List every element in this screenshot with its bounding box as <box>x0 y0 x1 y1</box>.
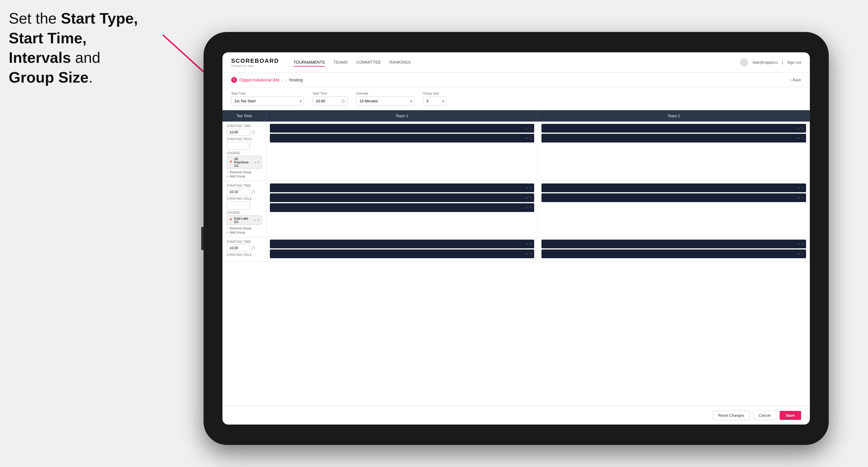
player-remove-icon[interactable]: ✕ <box>797 252 800 256</box>
breadcrumb-icon: C <box>231 77 237 83</box>
group-1-team1-player2: ✕ ✎ <box>270 134 534 143</box>
player-remove-icon[interactable]: ✕ <box>797 137 800 140</box>
player-remove-icon[interactable]: ✕ <box>525 186 528 190</box>
player-remove-icon[interactable]: ✕ <box>525 252 528 256</box>
group-3-time-input[interactable] <box>227 245 250 252</box>
player-remove-icon[interactable]: ✕ <box>525 196 528 199</box>
group-1-hole-value[interactable] <box>227 143 250 149</box>
group-2-add-link[interactable]: + Add Group <box>227 230 262 234</box>
add-icon: + <box>227 175 228 178</box>
group-3-starting-time-input: 🕙 <box>227 245 262 252</box>
group-2-actions: ○ Remove Group + Add Group <box>227 226 262 234</box>
player-edit-icon[interactable]: ✎ <box>529 206 532 209</box>
group-1-course-icon: 📍 <box>229 160 233 164</box>
remove-icon: ○ <box>227 171 228 174</box>
player-remove-icon[interactable]: ✕ <box>797 243 800 246</box>
breadcrumb-section: Hosting <box>289 77 303 82</box>
group-1-actions: ○ Remove Group + Add Group <box>227 170 262 178</box>
group-1-time-input[interactable] <box>227 129 250 136</box>
tablet-screen: SCOREBOARD Powered by clipp... TOURNAMEN… <box>222 52 810 425</box>
group-2-team1-player2: ✕ ✎ <box>270 193 534 202</box>
group-1-course-edit[interactable]: ✎ <box>257 161 260 164</box>
group-size-select[interactable]: 2 3 4 <box>423 97 446 105</box>
reset-changes-button[interactable]: Reset Changes <box>713 411 750 420</box>
nav-committee[interactable]: COMMITTEE <box>356 58 381 67</box>
player-remove-icon[interactable]: ✕ <box>797 186 800 190</box>
player-edit-icon[interactable]: ✎ <box>529 243 532 246</box>
group-3-team1-player2: ✕ ✎ <box>270 249 534 258</box>
player-edit-icon[interactable]: ✎ <box>529 127 532 130</box>
group-2-time-input[interactable] <box>227 188 250 195</box>
group-1-remove-link[interactable]: ○ Remove Group <box>227 170 262 174</box>
instruction-bold1: Start Type, <box>61 10 138 27</box>
instruction-text: Set the Start Type, Start Time, Interval… <box>9 9 138 87</box>
player-remove-icon[interactable]: ✕ <box>525 206 528 209</box>
breadcrumb-tournament[interactable]: Clippd Invitational (Me... <box>239 77 283 82</box>
group-1-starting-time-label: STARTING TIME: <box>227 124 262 128</box>
player-edit-icon[interactable]: ✎ <box>529 137 532 140</box>
group-size-select-wrapper: 2 3 4 <box>423 97 446 105</box>
instruction-period: . <box>88 69 92 86</box>
player-edit-icon[interactable]: ✎ <box>801 127 804 130</box>
cancel-button[interactable]: Cancel <box>753 411 776 420</box>
sign-out-link[interactable]: Sign out <box>787 60 801 65</box>
back-chevron: ‹ <box>790 77 792 82</box>
player-remove-icon[interactable]: ✕ <box>525 127 528 130</box>
player-remove-icon[interactable]: ✕ <box>525 243 528 246</box>
group-3-clock-icon: 🕙 <box>251 246 255 250</box>
group-3-left-panel: STARTING TIME: 🕙 STARTING HOLE: <box>222 237 266 262</box>
nav-tournaments[interactable]: TOURNAMENTS <box>293 58 325 67</box>
group-1-team2-player1: ✕ ✎ <box>541 124 806 133</box>
group-2-hole-stepper: ▲ ▼ <box>227 201 250 209</box>
group-3-team2-player1: ✕ ✎ <box>541 240 806 248</box>
back-button[interactable]: ‹ Back <box>790 77 801 82</box>
player-edit-icon[interactable]: ✎ <box>529 186 532 190</box>
nav-divider: | <box>782 60 783 65</box>
navbar: SCOREBOARD Powered by clipp... TOURNAMEN… <box>222 52 810 73</box>
group-1-course-remove[interactable]: ✕ <box>254 161 256 164</box>
intervals-select[interactable]: 10 Minutes 8 Minutes 12 Minutes <box>356 97 414 105</box>
group-2-course-name: East Lake GC <box>234 217 253 224</box>
player-edit-icon[interactable]: ✎ <box>529 252 532 256</box>
player-remove-icon[interactable]: ✕ <box>525 137 528 140</box>
table-row: STARTING TIME: 🕙 STARTING HOLE: ▲ ▼ <box>222 181 810 237</box>
breadcrumb-bar: C Clippd Invitational (Me... › Hosting ‹… <box>222 73 810 87</box>
group-2-clock-icon: 🕙 <box>251 190 255 194</box>
player-remove-icon[interactable]: ✕ <box>797 196 800 199</box>
group-1-left-panel: STARTING TIME: 🕙 STARTING HOLE: ▲ ▼ <box>222 122 266 181</box>
player-edit-icon[interactable]: ✎ <box>801 137 804 140</box>
group-1-add-link[interactable]: + Add Group <box>227 175 262 178</box>
intervals-label: Intervals <box>356 92 414 95</box>
player-edit-icon[interactable]: ✎ <box>801 196 804 199</box>
player-edit-icon[interactable]: ✎ <box>801 252 804 256</box>
group-3-starting-time-label: STARTING TIME: <box>227 240 262 243</box>
group-1-add-label: Add Group <box>230 175 245 178</box>
group-2-course-remove[interactable]: ✕ <box>254 219 256 222</box>
tee-table: Tee Time Team 1 Team 2 STARTING TIME: 🕙 <box>222 110 810 262</box>
group-1-team2-player2: ✕ ✎ <box>541 134 806 143</box>
group-1-clock-icon: 🕙 <box>251 130 255 134</box>
player-edit-icon[interactable]: ✎ <box>801 243 804 246</box>
group-2-remove-link[interactable]: ○ Remove Group <box>227 226 262 230</box>
start-type-select[interactable]: 1st Tee Start Shotgun Start <box>231 97 304 105</box>
group-2-course-edit[interactable]: ✎ <box>257 219 260 222</box>
add-icon: + <box>227 231 228 234</box>
settings-row: Start Type 1st Tee Start Shotgun Start S… <box>222 87 810 110</box>
instruction-line3: Intervals <box>9 49 71 66</box>
group-2-course-label: COURSE: <box>227 211 262 214</box>
group-2-hole-value[interactable] <box>227 203 250 209</box>
nav-rankings[interactable]: RANKINGS <box>390 58 411 67</box>
player-remove-icon[interactable]: ✕ <box>797 127 800 130</box>
breadcrumb-separator: › <box>285 77 287 82</box>
group-1-course-name: (A) Peachtree GC <box>234 157 253 167</box>
player-edit-icon[interactable]: ✎ <box>801 186 804 190</box>
table-row: STARTING TIME: 🕙 STARTING HOLE: ▲ ▼ <box>222 122 810 181</box>
group-2-team1-cell: ✕ ✎ ✕ ✎ ✕ ✎ <box>266 181 538 237</box>
nav-teams[interactable]: TEAMS <box>334 58 347 67</box>
start-time-label: Start Time <box>313 92 347 95</box>
group-2-course-icon: 📍 <box>229 218 233 222</box>
player-edit-icon[interactable]: ✎ <box>529 196 532 199</box>
save-button[interactable]: Save <box>780 411 801 420</box>
group-3-team2-player2: ✕ ✎ <box>541 249 806 258</box>
group-3-team1-cell: ✕ ✎ ✕ ✎ <box>266 237 538 262</box>
